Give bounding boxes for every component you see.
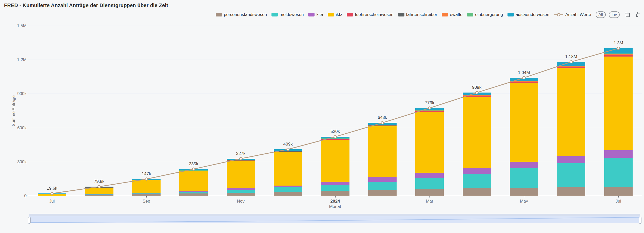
bar-segment-meldewesen[interactable] <box>510 168 538 188</box>
bar-segment-kita[interactable] <box>368 177 397 182</box>
bar-segment-ewaffe[interactable] <box>321 139 349 139</box>
bar-segment-einbuergerung[interactable] <box>368 125 397 125</box>
bar-segment-ikfz[interactable] <box>274 152 302 185</box>
datazoom-right-handle[interactable] <box>639 217 641 224</box>
bar-segment-fuehrerscheinwesen[interactable] <box>415 111 444 112</box>
bar-segment-kita[interactable] <box>510 162 538 168</box>
bar-segment-ewaffe[interactable] <box>227 160 255 160</box>
bar-segment-einbuergerung[interactable] <box>274 151 302 151</box>
legend-item-fuehrerscheinwesen[interactable]: fuehrerscheinwesen <box>347 12 393 17</box>
bar-segment-meldewesen[interactable] <box>132 193 161 194</box>
bar-segment-auslaenderwesen[interactable] <box>179 169 208 170</box>
bar-segment-ikfz[interactable] <box>415 112 444 173</box>
bar-segment-ewaffe[interactable] <box>463 95 491 96</box>
legend-item-anzahl-werte[interactable]: Anzahl Werte <box>554 12 591 17</box>
datazoom-slider[interactable] <box>29 214 640 223</box>
legend-item-meldewesen[interactable]: meldewesen <box>271 12 304 17</box>
bar-segment-meldewesen[interactable] <box>463 174 491 188</box>
bar-segment-ewaffe[interactable] <box>179 170 208 171</box>
bar-segment-kita[interactable] <box>415 173 444 178</box>
bar-segment-auslaenderwesen[interactable] <box>604 48 633 53</box>
bar-segment-kita[interactable] <box>227 188 255 190</box>
bar-segment-meldewesen[interactable] <box>604 158 633 187</box>
bar-segment-ikfz[interactable] <box>321 140 349 182</box>
bar-segment-kita[interactable] <box>321 182 349 185</box>
bar-segment-auslaenderwesen[interactable] <box>227 159 255 160</box>
bar-segment-fuehrerscheinwesen[interactable] <box>132 180 161 180</box>
bar-segment-ewaffe[interactable] <box>415 111 444 111</box>
bar-segment-ikfz[interactable] <box>463 97 491 168</box>
bar-segment-ewaffe[interactable] <box>604 54 633 55</box>
bar-segment-ewaffe[interactable] <box>510 81 538 82</box>
bar-segment-kita[interactable] <box>557 156 585 163</box>
bar-segment-kita[interactable] <box>132 193 161 193</box>
bar-segment-ewaffe[interactable] <box>368 125 397 126</box>
bar-segment-auslaenderwesen[interactable] <box>132 179 161 180</box>
bar-segment-auslaenderwesen[interactable] <box>557 62 585 66</box>
bar-segment-personenstandswesen[interactable] <box>179 193 208 196</box>
bar-segment-fuehrerscheinwesen[interactable] <box>368 126 397 126</box>
bar-segment-ewaffe[interactable] <box>557 66 585 67</box>
bar-segment-ikfz[interactable] <box>368 126 397 177</box>
bar-segment-fahrtenschreiber[interactable] <box>415 111 444 111</box>
bar-segment-einbuergerung[interactable] <box>321 138 349 139</box>
bar-segment-ikfz[interactable] <box>132 180 161 193</box>
bar-segment-fuehrerscheinwesen[interactable] <box>274 151 302 152</box>
bar-segment-auslaenderwesen[interactable] <box>85 187 113 187</box>
bar-segment-fahrtenschreiber[interactable] <box>463 96 491 96</box>
legend-invert-button[interactable]: Inv <box>609 11 620 18</box>
bar-segment-personenstandswesen[interactable] <box>463 188 491 196</box>
bar-segment-fuehrerscheinwesen[interactable] <box>463 96 491 97</box>
bar-segment-auslaenderwesen[interactable] <box>368 123 397 125</box>
bar-segment-kita[interactable] <box>463 168 491 174</box>
bar-segment-fuehrerscheinwesen[interactable] <box>179 171 208 171</box>
legend-item-ikfz[interactable]: ikfz <box>328 12 342 17</box>
bar-segment-fahrtenschreiber[interactable] <box>604 55 633 55</box>
bar-segment-einbuergerung[interactable] <box>604 53 633 54</box>
bar-segment-personenstandswesen[interactable] <box>557 187 585 196</box>
bar-segment-personenstandswesen[interactable] <box>604 187 633 196</box>
bar-segment-ikfz[interactable] <box>179 171 208 191</box>
bar-segment-ikfz[interactable] <box>510 83 538 162</box>
bar-segment-einbuergerung[interactable] <box>227 160 255 160</box>
legend-item-einbuergerung[interactable]: einbuergerung <box>467 12 503 17</box>
bar-segment-personenstandswesen[interactable] <box>227 193 255 196</box>
bar-segment-ikfz[interactable] <box>604 57 633 150</box>
bar-segment-fuehrerscheinwesen[interactable] <box>604 55 633 56</box>
bar-segment-personenstandswesen[interactable] <box>510 188 538 196</box>
legend-item-kita[interactable]: kita <box>308 12 323 17</box>
bar-segment-einbuergerung[interactable] <box>415 110 444 111</box>
bar-segment-auslaenderwesen[interactable] <box>510 78 538 81</box>
bar-segment-ikfz[interactable] <box>557 68 585 156</box>
bar-segment-ikfz[interactable] <box>227 161 255 188</box>
bar-segment-fuehrerscheinwesen[interactable] <box>510 82 538 83</box>
datazoom-left-handle[interactable] <box>28 217 31 224</box>
bar-segment-fahrtenschreiber[interactable] <box>510 82 538 82</box>
bar-segment-kita[interactable] <box>604 150 633 158</box>
bar-segment-auslaenderwesen[interactable] <box>274 149 302 151</box>
bar-segment-fuehrerscheinwesen[interactable] <box>557 67 585 68</box>
bar-segment-ikfz[interactable] <box>85 187 113 194</box>
bar-segment-personenstandswesen[interactable] <box>368 190 397 196</box>
bar-segment-fuehrerscheinwesen[interactable] <box>227 160 255 161</box>
bar-segment-personenstandswesen[interactable] <box>415 189 444 196</box>
bar-segment-auslaenderwesen[interactable] <box>321 137 349 138</box>
bar-segment-meldewesen[interactable] <box>368 182 397 190</box>
bar-segment-fuehrerscheinwesen[interactable] <box>321 139 349 140</box>
bar-segment-einbuergerung[interactable] <box>510 81 538 81</box>
bar-segment-personenstandswesen[interactable] <box>274 192 302 196</box>
legend-item-auslaenderwesen[interactable]: auslaenderwesen <box>508 12 549 17</box>
bar-segment-personenstandswesen[interactable] <box>321 191 349 196</box>
bar-segment-fahrtenschreiber[interactable] <box>557 67 585 67</box>
restore-icon[interactable] <box>634 11 641 18</box>
bar-segment-kita[interactable] <box>179 191 208 192</box>
bar-segment-fahrtenschreiber[interactable] <box>368 126 397 126</box>
legend-select-all-button[interactable]: All <box>596 11 606 18</box>
bar-segment-meldewesen[interactable] <box>227 190 255 193</box>
datazoom-move-handle[interactable] <box>29 214 640 216</box>
bar-segment-auslaenderwesen[interactable] <box>415 108 444 110</box>
datazoom-track[interactable] <box>29 216 640 223</box>
bar-segment-auslaenderwesen[interactable] <box>463 93 491 95</box>
bar-segment-meldewesen[interactable] <box>274 187 302 192</box>
bar-segment-ikfz[interactable] <box>38 194 66 196</box>
